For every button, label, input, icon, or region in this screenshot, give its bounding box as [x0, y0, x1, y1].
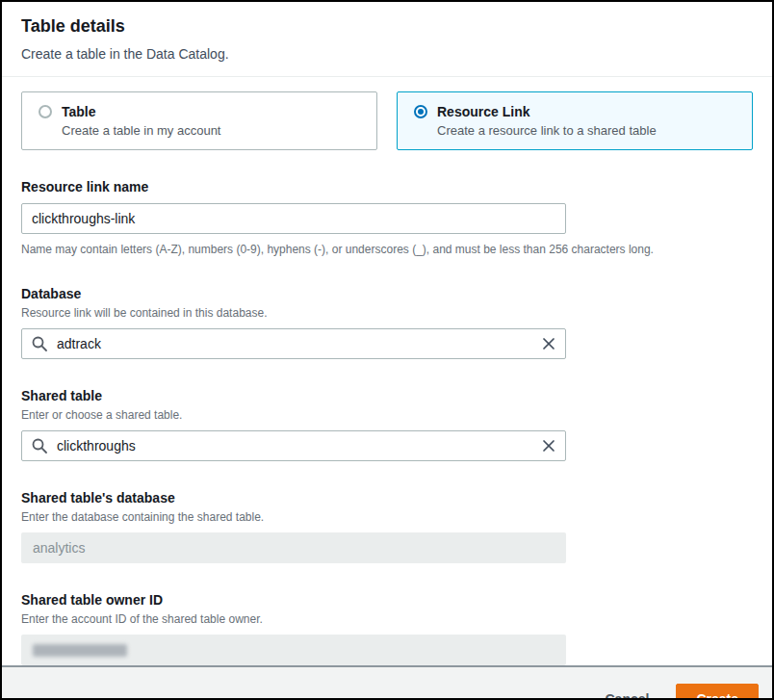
- table-details-panel: Table details Create a table in the Data…: [2, 2, 772, 698]
- clear-icon: [541, 438, 556, 454]
- shared-table-clear-button[interactable]: [537, 434, 560, 457]
- resource-link-name-section: Resource link name Name may contain lett…: [21, 178, 753, 257]
- database-clear-button[interactable]: [537, 332, 560, 355]
- resource-link-name-helper: Name may contain letters (A-Z), numbers …: [21, 242, 753, 257]
- shared-table-database-value: analytics: [21, 532, 566, 563]
- form-body: Table Create a table in my account Resou…: [2, 77, 772, 665]
- resource-link-name-label: Resource link name: [21, 178, 753, 195]
- option-table-label: Table: [62, 102, 220, 121]
- option-card-resource-link[interactable]: Resource Link Create a resource link to …: [397, 91, 753, 150]
- shared-table-owner-id-label: Shared table owner ID: [21, 591, 753, 609]
- shared-table-label: Shared table: [21, 387, 753, 404]
- option-card-table[interactable]: Table Create a table in my account: [21, 91, 377, 150]
- create-button[interactable]: Create: [676, 684, 759, 700]
- shared-table-search-wrap: [21, 430, 566, 461]
- panel-header: Table details Create a table in the Data…: [2, 2, 772, 64]
- table-type-selector: Table Create a table in my account Resou…: [21, 91, 753, 150]
- radio-unselected-icon[interactable]: [39, 105, 52, 118]
- shared-table-section: Shared table Enter or choose a shared ta…: [21, 387, 753, 461]
- database-label: Database: [21, 285, 753, 302]
- database-description: Resource link will be contained in this …: [21, 305, 753, 321]
- option-table-description: Create a table in my account: [62, 122, 220, 140]
- shared-table-owner-id-description: Enter the account ID of the shared table…: [21, 611, 753, 627]
- shared-table-database-label: Shared table's database: [21, 489, 753, 506]
- shared-table-search-input[interactable]: [21, 430, 566, 461]
- option-resource-link-description: Create a resource link to a shared table: [437, 122, 657, 140]
- database-search-input[interactable]: [21, 328, 566, 359]
- radio-selected-icon[interactable]: [414, 105, 427, 118]
- option-resource-link-label: Resource Link: [437, 102, 657, 121]
- shared-table-owner-id-value: [21, 635, 566, 665]
- redacted-owner-id: [33, 644, 127, 657]
- page-title: Table details: [21, 14, 753, 38]
- panel-footer: Cancel Create: [2, 665, 772, 700]
- resource-link-name-input[interactable]: [21, 203, 566, 234]
- shared-table-database-section: Shared table's database Enter the databa…: [21, 489, 753, 563]
- clear-icon: [541, 336, 556, 351]
- page-subtitle: Create a table in the Data Catalog.: [21, 44, 753, 64]
- database-section: Database Resource link will be contained…: [21, 285, 753, 359]
- shared-table-database-description: Enter the database containing the shared…: [21, 509, 753, 525]
- shared-table-owner-id-section: Shared table owner ID Enter the account …: [21, 591, 753, 665]
- cancel-button[interactable]: Cancel: [585, 686, 668, 700]
- shared-table-database-text: analytics: [33, 532, 85, 563]
- database-search-wrap: [21, 328, 566, 359]
- shared-table-description: Enter or choose a shared table.: [21, 407, 753, 423]
